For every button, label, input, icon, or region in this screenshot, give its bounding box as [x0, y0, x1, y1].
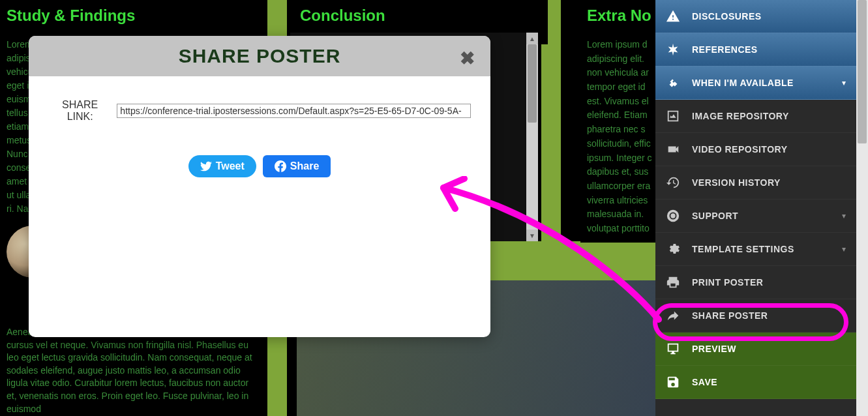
facebook-share-button[interactable]: Share: [263, 155, 331, 177]
close-icon[interactable]: ✖: [460, 48, 475, 69]
sidebar-item-label: REFERENCES: [692, 44, 758, 55]
sidebar-item-availability[interactable]: WHEN I'M AVAILABLE ▾: [655, 67, 856, 100]
modal-title: SHARE POSTER: [179, 45, 341, 67]
sidebar: DISCLOSURES REFERENCES WHEN I'M AVAILABL…: [655, 0, 856, 416]
chevron-down-icon: ▾: [842, 245, 846, 254]
print-icon: [666, 275, 680, 290]
modal-body: SHARE LINK: Tweet Share: [29, 76, 490, 200]
tweet-button-label: Tweet: [216, 160, 245, 172]
social-buttons-row: Tweet Share: [48, 155, 471, 177]
warning-icon: [666, 9, 680, 23]
column1-text-lower: Aenea pellentesque. Donec non ligula non…: [7, 326, 254, 415]
sidebar-item-template-settings[interactable]: TEMPLATE SETTINGS ▾: [655, 233, 856, 266]
video-icon: [666, 142, 680, 156]
column2-heading: Conclusion: [300, 7, 541, 25]
life-ring-icon: [666, 209, 680, 223]
sidebar-item-label: VIDEO REPOSITORY: [692, 144, 787, 155]
modal-header: SHARE POSTER ✖: [29, 36, 490, 76]
sidebar-item-label: VERSION HISTORY: [692, 177, 781, 188]
sidebar-item-label: SHARE POSTER: [692, 310, 768, 321]
twitter-icon: [200, 160, 212, 172]
sidebar-item-label: WHEN I'M AVAILABLE: [692, 78, 794, 88]
sidebar-item-label: SUPPORT: [692, 211, 738, 221]
sidebar-item-image-repo[interactable]: IMAGE REPOSITORY: [655, 100, 856, 133]
sidebar-item-preview[interactable]: PREVIEW: [655, 333, 856, 366]
sidebar-item-label: DISCLOSURES: [692, 11, 762, 22]
sidebar-item-label: TEMPLATE SETTINGS: [692, 244, 794, 254]
poster-column-study-lower: Aenea pellentesque. Donec non ligula non…: [7, 326, 254, 415]
save-icon: [666, 375, 680, 389]
monitor-icon: [666, 342, 680, 356]
conclusion-scrollbar[interactable]: ▲ ▼: [526, 33, 538, 241]
share-link-label: SHARE LINK:: [48, 99, 112, 123]
main-scrollbar[interactable]: [856, 0, 868, 416]
sidebar-item-disclosures[interactable]: DISCLOSURES: [655, 0, 856, 33]
sidebar-item-references[interactable]: REFERENCES: [655, 33, 856, 67]
share-link-input[interactable]: [117, 104, 471, 118]
history-icon: [666, 175, 680, 190]
tweet-button[interactable]: Tweet: [188, 155, 256, 177]
sidebar-item-label: PRINT POSTER: [692, 277, 763, 288]
asterisk-icon: [666, 42, 680, 57]
settings-icon: [666, 242, 680, 256]
share-icon: [666, 308, 680, 323]
scroll-down-icon[interactable]: ▼: [526, 230, 538, 241]
sidebar-item-label: IMAGE REPOSITORY: [692, 111, 789, 121]
sidebar-item-support[interactable]: SUPPORT ▾: [655, 200, 856, 233]
sidebar-item-video-repo[interactable]: VIDEO REPOSITORY: [655, 133, 856, 166]
share-poster-modal: SHARE POSTER ✖ SHARE LINK: Tweet Share: [29, 36, 490, 337]
facebook-share-label: Share: [290, 160, 319, 172]
chevron-down-icon: ▾: [842, 78, 846, 87]
handshake-icon: [666, 76, 680, 90]
sidebar-item-share-poster[interactable]: SHARE POSTER: [655, 299, 856, 333]
sidebar-item-label: SAVE: [692, 377, 717, 387]
chevron-down-icon: ▾: [842, 211, 846, 220]
sidebar-item-print-poster[interactable]: PRINT POSTER: [655, 266, 856, 299]
sidebar-item-label: PREVIEW: [692, 344, 736, 354]
column1-heading: Study & Findings: [7, 7, 261, 25]
share-link-row: SHARE LINK:: [48, 99, 471, 123]
sidebar-item-version-history[interactable]: VERSION HISTORY: [655, 166, 856, 200]
facebook-icon: [275, 160, 286, 172]
scroll-up-icon[interactable]: ▲: [526, 33, 538, 44]
image-icon: [666, 109, 680, 123]
sidebar-item-save[interactable]: SAVE: [655, 366, 856, 399]
